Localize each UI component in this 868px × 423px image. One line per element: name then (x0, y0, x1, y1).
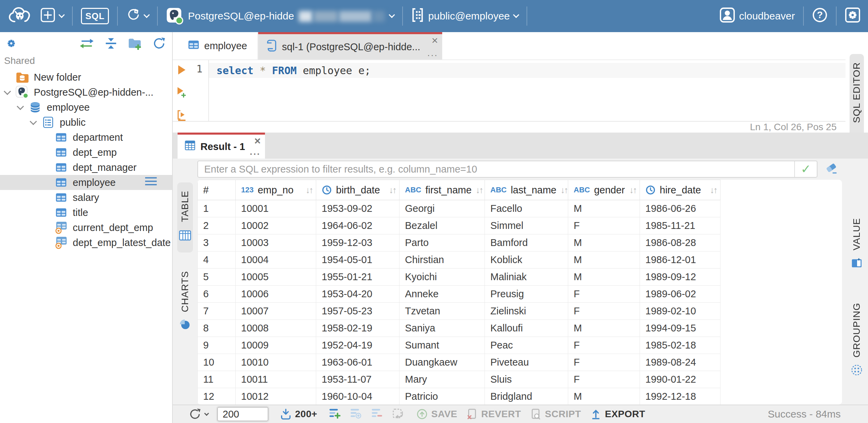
tree-item-public[interactable]: public (0, 115, 172, 130)
vtab-value[interactable]: VALUE (850, 210, 864, 279)
data-cell[interactable]: Peac (485, 337, 568, 354)
data-cell[interactable]: Bridgland (485, 388, 568, 405)
tree-item-dept-emp[interactable]: dept_emp (0, 145, 172, 160)
data-cell[interactable]: 10008 (236, 320, 316, 337)
data-cell[interactable]: 10005 (236, 269, 316, 286)
data-cell[interactable]: 1953-09-02 (316, 200, 400, 217)
tree-item-employee[interactable]: employee (0, 100, 172, 115)
user-menu[interactable]: cloudbeaver (717, 0, 798, 32)
filter-input[interactable] (198, 164, 794, 175)
sort-arrows-icon[interactable]: ↓↑ (389, 185, 399, 195)
delete-row-icon[interactable] (370, 407, 383, 422)
data-cell[interactable]: Kyoichi (400, 269, 485, 286)
data-cell[interactable]: Tzvetan (400, 303, 485, 320)
data-cell[interactable]: M (568, 269, 640, 286)
data-cell[interactable]: 1952-04-19 (316, 337, 400, 354)
script-button[interactable]: SCRIPT (530, 408, 581, 420)
data-cell[interactable]: F (568, 303, 640, 320)
data-cell[interactable]: 1986-08-28 (640, 234, 720, 251)
refresh-tree-icon[interactable] (152, 37, 166, 50)
tab-menu-icon[interactable]: ··· (250, 150, 261, 159)
item-actions-menu-icon[interactable] (144, 176, 158, 189)
sort-arrows-icon[interactable]: ↓↑ (629, 185, 640, 195)
data-cell[interactable]: 10006 (236, 286, 316, 303)
close-tab-icon[interactable]: × (432, 35, 438, 46)
data-cell[interactable]: 10003 (236, 234, 316, 251)
row-number-cell[interactable]: 3 (197, 234, 236, 251)
data-cell[interactable]: Sumant (400, 337, 485, 354)
data-cell[interactable]: 1990-01-22 (640, 371, 720, 388)
row-limit-input[interactable] (217, 407, 268, 421)
row-number-cell[interactable]: 4 (197, 251, 236, 269)
data-cell[interactable]: 1985-02-18 (640, 337, 720, 354)
data-cell[interactable]: Kalloufi (485, 320, 568, 337)
data-cell[interactable]: 1958-02-19 (316, 320, 400, 337)
data-cell[interactable]: F (568, 354, 640, 371)
data-cell[interactable]: M (568, 388, 640, 405)
data-cell[interactable]: 10001 (236, 200, 316, 217)
data-cell[interactable]: 10011 (236, 371, 316, 388)
column-header-first_name[interactable]: ABCfirst_name↓↑ (400, 180, 485, 200)
data-cell[interactable]: 1985-11-21 (640, 217, 720, 234)
data-cell[interactable]: 10004 (236, 251, 316, 269)
data-cell[interactable]: 10009 (236, 337, 316, 354)
data-cell[interactable]: 1986-12-01 (640, 251, 720, 269)
data-cell[interactable]: F (568, 286, 640, 303)
vtab-grouping[interactable]: GROUPING (850, 295, 864, 386)
data-cell[interactable]: Duangkaew (400, 354, 485, 371)
data-cell[interactable]: Anneke (400, 286, 485, 303)
row-number-cell[interactable]: 2 (197, 217, 236, 234)
sort-arrows-icon[interactable]: ↓↑ (476, 185, 486, 195)
open-sql-editor-button[interactable]: SQL (78, 0, 112, 32)
collapse-all-icon[interactable] (104, 37, 117, 50)
new-folder-icon[interactable] (128, 37, 142, 50)
schema-selector[interactable]: public@employee (408, 0, 521, 32)
revert-button[interactable]: REVERT (466, 408, 521, 420)
expander-chevron-icon[interactable] (30, 118, 37, 125)
tree-item-salary[interactable]: salary (0, 190, 172, 205)
settings-button[interactable] (842, 0, 860, 32)
column-header-last_name[interactable]: ABClast_name↓↑ (485, 180, 568, 200)
help-button[interactable]: ? (809, 0, 830, 32)
tree-item-dept-emp-latest-date[interactable]: dept_emp_latest_date (0, 235, 172, 250)
row-number-cell[interactable]: 10 (197, 354, 236, 371)
clear-filter-eraser-icon[interactable] (825, 161, 839, 177)
data-cell[interactable]: 1989-06-02 (640, 286, 720, 303)
data-cell[interactable]: 1963-06-01 (316, 354, 400, 371)
data-cell[interactable]: 10010 (236, 354, 316, 371)
sort-arrows-icon[interactable]: ↓↑ (710, 185, 720, 195)
save-button[interactable]: SAVE (416, 408, 457, 420)
data-cell[interactable]: Preusig (485, 286, 568, 303)
apply-changes-icon[interactable] (392, 407, 404, 422)
row-number-cell[interactable]: 8 (197, 320, 236, 337)
data-cell[interactable]: Facello (485, 200, 568, 217)
data-cell[interactable]: 1960-10-04 (316, 388, 400, 405)
execute-new-tab-icon[interactable] (177, 87, 186, 100)
data-cell[interactable]: Patricio (400, 388, 485, 405)
duplicate-row-icon[interactable] (349, 407, 362, 422)
data-cell[interactable]: M (568, 251, 640, 269)
data-cell[interactable]: 1989-08-24 (640, 354, 720, 371)
data-cell[interactable]: F (568, 337, 640, 354)
expander-chevron-icon[interactable] (4, 87, 11, 95)
tree-item-dept-manager[interactable]: dept_manager (0, 160, 172, 175)
vtab-charts[interactable]: CHARTS (178, 263, 192, 341)
data-cell[interactable]: Maliniak (485, 269, 568, 286)
tree-item-department[interactable]: department (0, 130, 172, 145)
data-cell[interactable]: Parto (400, 234, 485, 251)
sync-connection-icon[interactable] (79, 37, 94, 50)
row-number-cell[interactable]: 6 (197, 286, 236, 303)
data-cell[interactable]: 1953-11-07 (316, 371, 400, 388)
data-cell[interactable]: 1994-09-15 (640, 320, 720, 337)
data-cell[interactable]: Mary (400, 371, 485, 388)
data-cell[interactable]: 1959-12-03 (316, 234, 400, 251)
data-cell[interactable]: 10002 (236, 217, 316, 234)
export-button[interactable]: EXPORT (590, 408, 645, 420)
data-cell[interactable]: 1955-01-21 (316, 269, 400, 286)
data-cell[interactable]: 1989-09-12 (640, 269, 720, 286)
tree-item-employee[interactable]: employee (0, 175, 172, 190)
data-cell[interactable]: Simmel (485, 217, 568, 234)
row-number-cell[interactable]: 12 (197, 388, 236, 405)
tab-menu-icon[interactable]: ··· (427, 51, 438, 59)
data-cell[interactable]: 10007 (236, 303, 316, 320)
